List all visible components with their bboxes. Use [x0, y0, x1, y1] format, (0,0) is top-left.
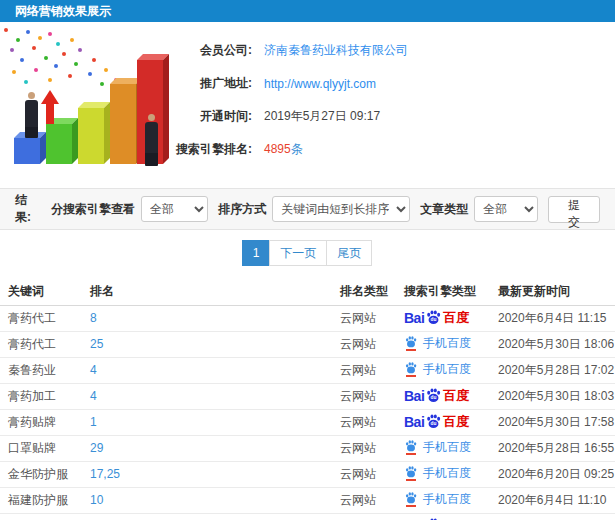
rank-type-cell: 云网站: [338, 435, 402, 461]
keyword-cell: 福建防护服: [0, 487, 88, 513]
results-table-body: 膏药代工 8 云网站 Baidu百度 2020年6月4日 11:15 膏药代工 …: [0, 305, 615, 520]
engine-type-cell: 手机百度: [402, 331, 496, 357]
engine-type-cell: 手机百度: [402, 357, 496, 383]
table-row: 膏药代工 25 云网站 手机百度 2020年5月30日 18:06: [0, 331, 615, 357]
baidu-paw-icon: du: [425, 414, 442, 429]
rank-link[interactable]: 29: [88, 435, 338, 461]
rank-type-cell: [338, 513, 402, 520]
page-title: 网络营销效果展示: [15, 4, 111, 18]
update-time-cell: 2020年6月20日 09:25: [496, 461, 615, 487]
rank-link[interactable]: 1: [88, 409, 338, 435]
mobile-baidu-paw-icon: [404, 466, 418, 481]
header-rank: 排名: [88, 278, 338, 305]
svg-text:du: du: [431, 396, 437, 401]
article-type-filter-label: 文章类型: [420, 201, 468, 218]
bar-chart-illustration: [4, 28, 172, 178]
rank-type-cell: 云网站: [338, 305, 402, 331]
engine-type-cell: Baidu百度: [402, 383, 496, 409]
table-header-row: 关键词 排名 排名类型 搜索引擎类型 最新更新时间: [0, 278, 615, 305]
pagination-page-1[interactable]: 1: [242, 240, 271, 266]
rank-link[interactable]: 25: [88, 331, 338, 357]
engine-type-cell: 手机百度: [402, 487, 496, 513]
rank-link[interactable]: 10: [88, 487, 338, 513]
open-time-value: 2019年5月27日 09:17: [264, 108, 380, 125]
table-row: 口罩贴牌 29 云网站 手机百度 2020年5月28日 16:55: [0, 435, 615, 461]
table-row: Baidu: [0, 513, 615, 520]
growth-arrow-icon: [41, 90, 59, 104]
chart-bar: [78, 108, 104, 164]
window-titlebar: 网络营销效果展示: [0, 0, 615, 22]
engine-type-cell: Baidu百度: [402, 305, 496, 331]
sort-filter-label: 排序方式: [218, 201, 266, 218]
mobile-baidu-logo: 手机百度: [404, 335, 471, 352]
promo-url-label: 推广地址:: [160, 75, 252, 92]
sort-filter-select[interactable]: 关键词由短到长排序: [272, 196, 410, 222]
baidu-logo: Baidu百度: [404, 388, 469, 403]
mobile-baidu-paw-icon: [404, 336, 418, 351]
keyword-cell: 膏药贴牌: [0, 409, 88, 435]
engine-type-cell: Baidu百度: [402, 409, 496, 435]
member-info-fields: 会员公司: 济南秦鲁药业科技有限公司 推广地址: http://www.qlyy…: [160, 34, 605, 166]
pagination-last-button[interactable]: 尾页: [326, 240, 372, 266]
header-update-time: 最新更新时间: [496, 278, 615, 305]
header-rank-type: 排名类型: [338, 278, 402, 305]
chart-bar: [110, 84, 136, 164]
article-type-select[interactable]: 全部: [474, 196, 538, 222]
mobile-baidu-logo: 手机百度: [404, 465, 471, 482]
chart-bar: [14, 138, 40, 164]
update-time-cell: [496, 513, 615, 520]
keyword-cell: 膏药加工: [0, 383, 88, 409]
keyword-cell: [0, 513, 88, 520]
svg-text:du: du: [431, 422, 437, 427]
engine-type-cell: 手机百度: [402, 461, 496, 487]
info-row-open-time: 开通时间: 2019年5月27日 09:17: [160, 100, 605, 133]
header-engine-type: 搜索引擎类型: [402, 278, 496, 305]
rank-link[interactable]: 17,25: [88, 461, 338, 487]
mobile-baidu-logo: 手机百度: [404, 361, 471, 378]
businessman-figure: [144, 114, 159, 166]
mobile-baidu-logo: 手机百度: [404, 439, 471, 456]
header-keyword: 关键词: [0, 278, 88, 305]
info-row-url: 推广地址: http://www.qlyyjt.com: [160, 67, 605, 100]
rank-link[interactable]: 8: [88, 305, 338, 331]
rank-link[interactable]: 4: [88, 383, 338, 409]
engine-filter-label: 分搜索引擎查看: [51, 201, 135, 218]
engine-filter-select[interactable]: 全部: [141, 196, 208, 222]
rank-count-unit: 条: [291, 142, 303, 156]
businessman-figure: [24, 92, 39, 138]
svg-text:du: du: [431, 318, 437, 323]
keyword-cell: 膏药代工: [0, 305, 88, 331]
info-row-company: 会员公司: 济南秦鲁药业科技有限公司: [160, 34, 605, 67]
keyword-ranking-table: 关键词 排名 排名类型 搜索引擎类型 最新更新时间 膏药代工 8 云网站 Bai…: [0, 278, 615, 520]
mobile-baidu-logo: 手机百度: [404, 491, 471, 508]
mobile-baidu-paw-icon: [404, 440, 418, 455]
table-row: 秦鲁药业 4 云网站 手机百度 2020年5月28日 17:02: [0, 357, 615, 383]
table-row: 膏药加工 4 云网站 Baidu百度 2020年5月30日 18:03: [0, 383, 615, 409]
company-link[interactable]: 济南秦鲁药业科技有限公司: [264, 42, 408, 59]
rank-link[interactable]: [88, 513, 338, 520]
rank-type-cell: 云网站: [338, 331, 402, 357]
pagination-next-button[interactable]: 下一页: [269, 240, 327, 266]
keyword-cell: 口罩贴牌: [0, 435, 88, 461]
keyword-cell: 金华防护服: [0, 461, 88, 487]
mobile-baidu-paw-icon: [404, 492, 418, 507]
update-time-cell: 2020年6月4日 11:10: [496, 487, 615, 513]
submit-button[interactable]: 提交: [548, 196, 600, 223]
member-info-section: 会员公司: 济南秦鲁药业科技有限公司 推广地址: http://www.qlyy…: [0, 22, 615, 182]
rank-count-value: 4895条: [264, 141, 303, 158]
baidu-logo: Baidu百度: [404, 414, 469, 429]
filter-bar: 结果: 分搜索引擎查看 全部 排序方式 关键词由短到长排序 文章类型 全部 提交: [0, 188, 615, 230]
marketing-report-window: 网络营销效果展示 会员公司: 济南秦鲁药业科技有限公司 推广地址: http:/…: [0, 0, 615, 520]
table-row: 福建防护服 10 云网站 手机百度 2020年6月4日 11:10: [0, 487, 615, 513]
mobile-baidu-paw-icon: [404, 362, 418, 377]
update-time-cell: 2020年5月30日 17:58: [496, 409, 615, 435]
rank-type-cell: 云网站: [338, 461, 402, 487]
pagination: 1 下一页 尾页: [0, 230, 615, 278]
engine-type-cell: Baidu: [402, 513, 496, 520]
baidu-paw-icon: du: [425, 388, 442, 403]
baidu-paw-icon: du: [425, 310, 442, 325]
table-row: 膏药贴牌 1 云网站 Baidu百度 2020年5月30日 17:58: [0, 409, 615, 435]
promo-url-link[interactable]: http://www.qlyyjt.com: [264, 77, 376, 91]
engine-type-cell: 手机百度: [402, 435, 496, 461]
rank-link[interactable]: 4: [88, 357, 338, 383]
